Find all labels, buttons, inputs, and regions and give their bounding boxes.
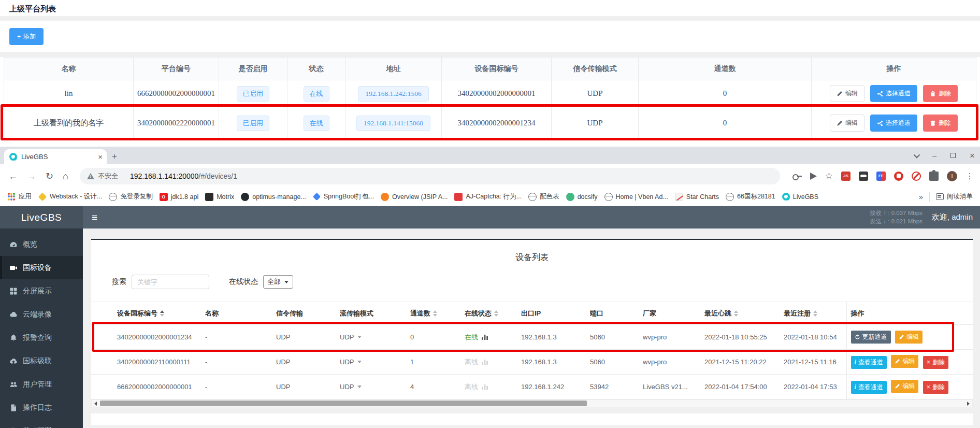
sidebar-item-gb-cascade[interactable]: 国标级联 — [0, 349, 83, 373]
window-minimize-icon[interactable]: – — [932, 152, 936, 159]
star-charts-favicon — [675, 193, 683, 201]
extensions-puzzle-icon[interactable] — [929, 172, 939, 181]
bar-chart-icon[interactable] — [482, 334, 488, 341]
bookmark-item[interactable]: 免登录复制 — [109, 192, 153, 201]
forward-icon[interactable]: → — [27, 172, 36, 181]
bar-chart-icon[interactable] — [482, 383, 488, 391]
window-maximize-icon[interactable] — [950, 153, 956, 158]
browser-menu-icon[interactable]: ⋮ — [965, 171, 974, 181]
sidebar-item-gb-devices[interactable]: 国标设备 — [0, 256, 83, 279]
stream-mode-dropdown[interactable]: UDP — [340, 333, 362, 341]
col-online-status[interactable]: 在线状态 — [465, 302, 521, 325]
sidebar-item-operation-log[interactable]: 操作日志 — [0, 396, 83, 419]
bookmark-item[interactable]: docsify — [566, 193, 598, 201]
livegbs-app: LiveGBS ≡ 接收 ↑ : 0.037 Mbps 发送 ↓ : 0.021… — [0, 206, 980, 428]
scroll-right-icon[interactable] — [964, 400, 972, 407]
refresh-channels-button[interactable]: 更新通道 — [851, 331, 891, 344]
view-channels-button[interactable]: i查看通道 — [851, 356, 887, 369]
bookmark-item[interactable]: Ojdk1.8 api — [160, 193, 199, 201]
bookmark-item[interactable]: Motrix — [205, 193, 234, 201]
new-tab-button[interactable]: + — [112, 151, 117, 162]
delete-button[interactable]: 删除 — [923, 115, 958, 132]
share-icon — [877, 91, 883, 97]
send-icon[interactable] — [810, 173, 817, 180]
bookmark-item-apps[interactable]: 应用 — [7, 192, 32, 201]
bookmark-item[interactable]: Home | Vben Ad... — [604, 193, 668, 201]
enabled-badge[interactable]: 已启用 — [237, 86, 269, 102]
delete-button[interactable]: 删除 — [923, 85, 958, 102]
stream-mode-dropdown[interactable]: UDP — [340, 383, 362, 391]
bookmark-item[interactable]: 66国标28181 — [726, 192, 775, 201]
sidebar-item-split-screen[interactable]: 分屏展示 — [0, 279, 83, 303]
extension-adblock-hand-icon[interactable] — [894, 172, 903, 181]
sort-icon[interactable] — [160, 310, 164, 317]
url-path[interactable]: /#/devices/1 — [198, 172, 237, 180]
address-bar[interactable]: 不安全 192.168.1.141:20000 /#/devices/1 — [80, 168, 780, 184]
sort-icon[interactable] — [813, 310, 817, 317]
sidebar-item-overview[interactable]: 概览 — [0, 233, 83, 256]
delete-button[interactable]: ×删除 — [923, 356, 948, 369]
extension-mask-icon[interactable] — [859, 172, 868, 181]
delete-button[interactable]: ×删除 — [923, 381, 948, 394]
scroll-left-icon[interactable] — [92, 400, 99, 407]
security-label[interactable]: 不安全 — [98, 172, 118, 181]
cascade-platform-table: 名称 平台编号 是否启用 状态 地址 设备国标编号 信令传输模式 通道数 操作 … — [4, 57, 976, 139]
horizontal-scrollbar[interactable] — [91, 400, 973, 407]
sort-icon[interactable] — [734, 310, 738, 317]
edit-button[interactable]: 编辑 — [830, 85, 864, 102]
bookmark-item[interactable]: Webstack - 设计... — [38, 192, 102, 201]
jsip-favicon — [381, 193, 389, 201]
enabled-badge[interactable]: 已启用 — [237, 116, 269, 131]
stream-mode-dropdown[interactable]: UDP — [340, 358, 362, 366]
url-host[interactable]: 192.168.1.141:20000 — [130, 172, 198, 180]
globe-favicon — [528, 193, 537, 201]
select-channel-button[interactable]: 选择通道 — [870, 115, 917, 132]
edit-button[interactable]: 编辑 — [891, 380, 918, 393]
hamburger-icon[interactable]: ≡ — [83, 212, 106, 223]
reading-list-button[interactable]: 阅读清单 — [936, 192, 973, 201]
not-secure-icon[interactable] — [87, 173, 94, 179]
sidebar-item-user-management[interactable]: 用户管理 — [0, 373, 83, 396]
bookmark-item[interactable]: SpringBoot打包... — [313, 192, 374, 201]
bookmark-star-icon[interactable]: ☆ — [825, 170, 833, 181]
view-channels-button[interactable]: i查看通道 — [851, 381, 887, 394]
bookmark-item[interactable]: 配色表 — [528, 192, 559, 201]
bar-chart-icon[interactable] — [482, 359, 488, 366]
sidebar-item-alarm-query[interactable]: 报警查询 — [0, 326, 83, 349]
add-platform-button[interactable]: +添加 — [9, 28, 44, 45]
password-key-icon[interactable] — [792, 174, 802, 179]
bookmark-item[interactable]: LiveGBS — [782, 193, 818, 201]
bookmark-item[interactable]: AJ-Captcha: 行为... — [454, 192, 522, 201]
sort-icon[interactable] — [433, 310, 437, 317]
browser-tab[interactable]: LiveGBS × — [4, 149, 107, 164]
edit-button[interactable]: 编辑 — [830, 115, 864, 132]
col-device-gb-id[interactable]: 设备国标编号 — [91, 302, 205, 325]
window-chevron-icon[interactable] — [914, 151, 920, 158]
online-status-select[interactable]: 全部 — [263, 275, 293, 289]
col-channels[interactable]: 通道数 — [410, 302, 465, 325]
sidebar-item-cloud-record[interactable]: 云端录像 — [0, 303, 83, 326]
search-input[interactable] — [132, 275, 209, 289]
bookmark-item[interactable]: Overview (JSIP A... — [381, 193, 448, 201]
window-close-icon[interactable]: × — [970, 151, 975, 160]
bookmark-item[interactable]: Star Charts — [675, 193, 719, 201]
tab-title: LiveGBS — [21, 153, 94, 161]
edit-button[interactable]: 编辑 — [891, 355, 918, 368]
bookmarks-overflow-icon[interactable]: » — [919, 192, 923, 201]
sort-icon[interactable] — [494, 310, 498, 317]
edit-button[interactable]: 编辑 — [895, 331, 923, 344]
bookmark-item[interactable]: optimus-manage... — [241, 193, 306, 201]
scrollbar-thumb[interactable] — [100, 401, 587, 406]
col-last-register[interactable]: 最近注册 — [784, 302, 846, 325]
tab-close-icon[interactable]: × — [98, 153, 103, 161]
profile-avatar[interactable]: I — [947, 171, 957, 181]
home-icon[interactable]: ⌂ — [63, 172, 68, 181]
extension-js-icon[interactable]: JS — [841, 172, 851, 181]
reload-icon[interactable]: ↻ — [46, 172, 53, 181]
select-channel-button[interactable]: 选择通道 — [870, 85, 917, 102]
col-last-heartbeat[interactable]: 最近心跳 — [704, 302, 784, 325]
extension-block-icon[interactable] — [912, 172, 921, 181]
sidebar-item-basic-config[interactable]: 基础配置 — [0, 419, 83, 428]
extension-fe-icon[interactable]: FE — [876, 172, 886, 181]
back-icon[interactable]: ← — [8, 172, 18, 181]
